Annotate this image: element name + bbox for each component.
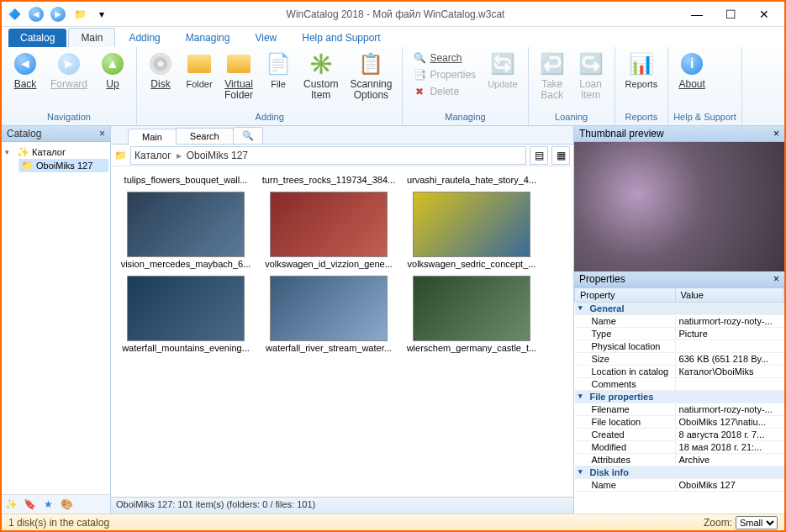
tab-main[interactable]: Main xyxy=(68,28,115,47)
center-tab-search[interactable]: Search xyxy=(176,128,234,144)
center-tab-main[interactable]: Main xyxy=(128,129,177,145)
center-panel: Main Search 🔍 📁 Каталог ▸ OboiMiks 127 ▤… xyxy=(111,126,574,514)
delete-item[interactable]: ✖Delete xyxy=(409,84,479,99)
qat-dropdown-icon[interactable]: ▾ xyxy=(92,5,111,24)
tree-root-item[interactable]: ▾ ✨ Каталог xyxy=(3,145,108,159)
breadcrumb[interactable]: Каталог ▸ OboiMiks 127 xyxy=(130,146,526,165)
maximize-button[interactable]: ☐ xyxy=(714,3,747,26)
tree-root-label: Каталог xyxy=(32,147,66,157)
prop-row[interactable]: Size636 KB (651 218 By... xyxy=(575,353,784,366)
properties-icon: 📑 xyxy=(413,68,426,82)
col-value[interactable]: Value xyxy=(675,288,783,303)
panel-close-icon[interactable]: × xyxy=(773,273,779,285)
prop-row[interactable]: AttributesArchive xyxy=(575,454,784,466)
forward-button[interactable]: ►Forward xyxy=(45,49,92,92)
tab-help[interactable]: Help and Support xyxy=(290,29,392,47)
add-custom-item-button[interactable]: ✳️CustomItem xyxy=(298,49,343,103)
prop-row[interactable]: Created8 августа 2018 г. 7... xyxy=(575,429,784,441)
forward-arrow-icon: ► xyxy=(55,50,82,77)
tree-child-item[interactable]: 📁 OboiMiks 127 xyxy=(18,159,108,172)
tool-star-icon[interactable]: ★ xyxy=(40,497,55,512)
scanning-options-button[interactable]: 📋ScanningOptions xyxy=(345,49,397,103)
add-folder-button[interactable]: Folder xyxy=(181,49,218,91)
center-tabs: Main Search 🔍 xyxy=(111,126,573,145)
view-mode-list-button[interactable]: ▤ xyxy=(530,146,548,165)
prop-row[interactable]: Physical location xyxy=(575,340,784,353)
col-property[interactable]: Property xyxy=(575,288,676,303)
title-bar: 🔷 ◄ ► 📁 ▾ WinCatalog 2018 - Мой файл Win… xyxy=(2,2,784,27)
tool-tag-icon[interactable]: 🔖 xyxy=(22,497,37,512)
search-item[interactable]: 🔍Search xyxy=(409,50,479,66)
group-label-managing: Managing xyxy=(408,112,522,124)
crumb-root[interactable]: Каталог xyxy=(135,150,171,161)
group-disk-info[interactable]: Disk info xyxy=(575,466,784,479)
thumbnail-grid[interactable]: tulips_flowers_bouquet_wall... turn_tree… xyxy=(111,166,573,497)
loan-item-button[interactable]: ↪️LoanItem xyxy=(572,49,609,103)
add-disk-button[interactable]: Disk xyxy=(142,49,179,92)
delete-icon: ✖ xyxy=(413,85,426,98)
back-button[interactable]: ◄Back xyxy=(7,49,44,92)
list-item[interactable]: vision_mercedes_maybach_6... xyxy=(114,188,257,272)
group-general[interactable]: General xyxy=(575,303,784,315)
list-item[interactable]: tulips_flowers_bouquet_wall... xyxy=(114,170,257,188)
app-icon[interactable]: 🔷 xyxy=(5,5,24,24)
tool-chart-icon[interactable]: 🎨 xyxy=(59,497,74,512)
star-icon: ✨ xyxy=(16,146,29,158)
thumb-caption: tulips_flowers_bouquet_wall... xyxy=(119,175,253,185)
thumb-image xyxy=(413,192,530,257)
prop-row[interactable]: Modified18 мая 2018 г. 21:... xyxy=(575,441,784,454)
qat-folder-icon[interactable]: 📁 xyxy=(71,5,89,24)
tool-wand-icon[interactable]: ✨ xyxy=(3,497,18,512)
tab-adding[interactable]: Adding xyxy=(117,29,171,47)
list-item[interactable]: wierschem_germany_castle_t... xyxy=(400,272,543,356)
tab-view[interactable]: View xyxy=(243,29,288,47)
back-arrow-icon: ◄ xyxy=(12,50,39,77)
prop-row[interactable]: Location in catalogКаталог\OboiMiks xyxy=(575,366,784,378)
center-tab-extra[interactable]: 🔍 xyxy=(233,127,263,144)
view-mode-thumb-button[interactable]: ▦ xyxy=(551,146,570,165)
close-button[interactable]: ✕ xyxy=(747,3,781,26)
virtual-folder-icon xyxy=(225,50,252,77)
add-file-button[interactable]: 📄File xyxy=(260,49,297,91)
nav-forward-qat-icon[interactable]: ► xyxy=(49,5,67,24)
prop-row[interactable]: Namenatiurmort-rozy-noty-... xyxy=(575,315,784,328)
panel-close-icon[interactable]: × xyxy=(773,128,779,140)
prop-row[interactable]: Comments xyxy=(575,378,784,391)
minimize-button[interactable]: ― xyxy=(680,3,714,26)
prop-row[interactable]: Filenamenatiurmort-rozy-noty-... xyxy=(575,403,784,416)
list-item[interactable]: waterfall_river_stream_water... xyxy=(257,272,400,356)
list-item[interactable]: volkswagen_sedric_concept_... xyxy=(400,188,543,272)
zoom-control: Zoom: Small xyxy=(704,516,778,529)
tree-child-label: OboiMiks 127 xyxy=(36,161,92,171)
reports-button[interactable]: 📊Reports xyxy=(620,49,663,91)
update-button[interactable]: 🔄Update xyxy=(483,49,522,91)
prop-row[interactable]: TypePicture xyxy=(575,328,784,340)
group-file-properties[interactable]: File properties xyxy=(575,391,784,403)
ribbon-group-loaning: ↩️TakeBack ↪️LoanItem Loaning xyxy=(529,47,615,125)
list-item[interactable]: volkswagen_id_vizzion_gene... xyxy=(257,188,400,272)
disk-icon xyxy=(147,50,174,77)
tab-managing[interactable]: Managing xyxy=(174,29,242,47)
list-item[interactable]: waterfall_mountains_evening... xyxy=(114,272,257,356)
add-virtual-folder-button[interactable]: VirtualFolder xyxy=(219,49,258,103)
right-panels: Thumbnail preview × Properties × Propert… xyxy=(574,126,784,514)
prop-row[interactable]: File locationOboiMiks 127\natiu... xyxy=(575,416,784,429)
expand-icon[interactable]: ▾ xyxy=(5,148,13,156)
take-back-button[interactable]: ↩️TakeBack xyxy=(534,49,571,103)
properties-grid: PropertyValue General Namenatiurmort-roz… xyxy=(574,287,784,514)
list-item[interactable]: turn_trees_rocks_119734_384... xyxy=(257,170,400,188)
prop-row[interactable]: NameOboiMiks 127 xyxy=(575,479,784,492)
panel-close-icon[interactable]: × xyxy=(99,128,105,140)
tab-catalog[interactable]: Catalog xyxy=(8,29,66,47)
up-button[interactable]: ▲Up xyxy=(94,49,131,92)
ribbon: ◄Back ►Forward ▲Up Navigation Disk Folde… xyxy=(2,47,784,126)
nav-back-qat-icon[interactable]: ◄ xyxy=(27,5,45,24)
properties-item[interactable]: 📑Properties xyxy=(409,67,479,82)
group-label-help: Help & Support xyxy=(673,112,736,124)
status-text: 1 disk(s) in the catalog xyxy=(8,517,109,529)
crumb-folder[interactable]: OboiMiks 127 xyxy=(187,150,248,161)
zoom-select[interactable]: Small xyxy=(736,516,778,529)
search-icon: 🔍 xyxy=(413,51,426,65)
about-button[interactable]: iAbout xyxy=(673,49,710,92)
list-item[interactable]: urvashi_rautela_hate_story_4... xyxy=(400,170,543,188)
